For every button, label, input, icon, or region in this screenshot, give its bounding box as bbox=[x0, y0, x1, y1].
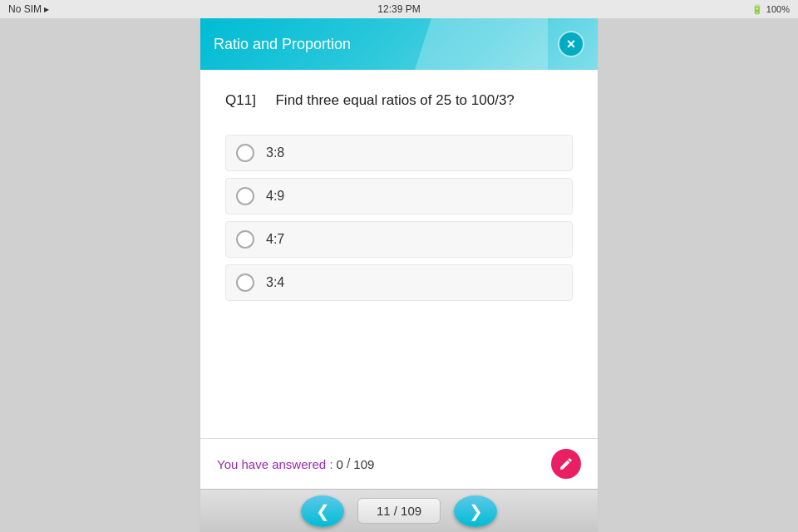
header-title: Ratio and Proportion bbox=[214, 36, 558, 53]
total-pages: 109 bbox=[401, 504, 421, 518]
radio-d bbox=[236, 273, 254, 292]
option-c[interactable]: 4:7 bbox=[225, 221, 573, 258]
app-container: Ratio and Proportion × Q11] Find three e… bbox=[200, 18, 598, 532]
question-area: Q11] Find three equal ratios of 25 to 10… bbox=[200, 70, 598, 438]
radio-c bbox=[236, 230, 254, 249]
nav-slash: / bbox=[394, 504, 401, 518]
navigation-bar: 11 / 109 bbox=[200, 489, 598, 532]
header: Ratio and Proportion × bbox=[200, 18, 598, 70]
next-icon bbox=[469, 501, 483, 521]
bluetooth-icon: 🔋 bbox=[751, 4, 763, 15]
option-b-label: 4:9 bbox=[266, 189, 284, 204]
answered-label: You have answered : bbox=[217, 457, 333, 471]
footer-slash: / bbox=[347, 456, 350, 471]
answered-count: 0 bbox=[337, 457, 343, 471]
question-number: Q11] bbox=[225, 92, 256, 108]
footer-status: You have answered : 0 / 109 bbox=[200, 438, 598, 489]
prev-icon bbox=[316, 501, 330, 521]
answered-total: 109 bbox=[353, 457, 374, 471]
option-a-label: 3:8 bbox=[266, 145, 284, 160]
prev-button[interactable] bbox=[301, 495, 344, 527]
status-left: No SIM ▸ bbox=[8, 3, 49, 15]
option-d[interactable]: 3:4 bbox=[225, 264, 573, 301]
status-time: 12:39 PM bbox=[377, 3, 420, 15]
option-d-label: 3:4 bbox=[266, 275, 284, 290]
status-right: 🔋 100% bbox=[751, 4, 790, 15]
next-button[interactable] bbox=[454, 495, 497, 527]
question-text: Q11] Find three equal ratios of 25 to 10… bbox=[225, 90, 573, 111]
page-indicator: 11 / 109 bbox=[357, 498, 441, 524]
option-b[interactable]: 4:9 bbox=[225, 178, 573, 214]
option-a[interactable]: 3:8 bbox=[225, 135, 573, 171]
radio-b bbox=[236, 187, 254, 205]
status-bar: No SIM ▸ 12:39 PM 🔋 100% bbox=[0, 0, 798, 18]
answered-area: You have answered : 0 / 109 bbox=[217, 456, 374, 471]
current-page: 11 bbox=[377, 504, 391, 518]
battery-level: 100% bbox=[766, 4, 790, 14]
option-c-label: 4:7 bbox=[266, 232, 284, 247]
edit-button[interactable] bbox=[551, 449, 581, 479]
close-button[interactable]: × bbox=[558, 31, 584, 57]
sim-status: No SIM ▸ bbox=[8, 3, 49, 15]
radio-a bbox=[236, 144, 254, 162]
question-body: Find three equal ratios of 25 to 100/3? bbox=[275, 92, 514, 108]
